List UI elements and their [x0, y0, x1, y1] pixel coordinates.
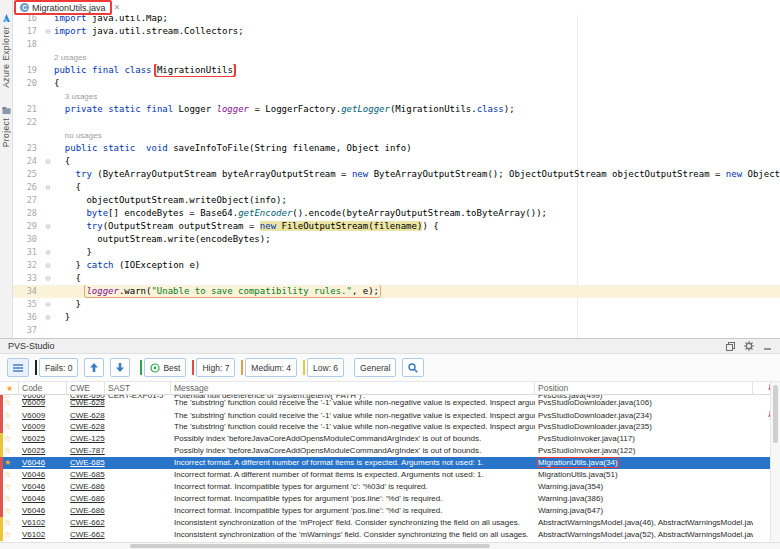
favorite-star-icon[interactable]: ☆ [3, 421, 19, 433]
code-line[interactable]: 28byte[] encodeBytes = Base64.getEncoder… [13, 207, 780, 220]
sidebar-item-project[interactable]: Project [1, 106, 11, 147]
code-line[interactable]: 22 [13, 116, 780, 129]
code-editor[interactable]: 16import java.util.Map;17⊖import java.ut… [13, 15, 780, 338]
favorite-star-icon[interactable]: ★ [3, 457, 19, 469]
inlay-hint-row[interactable]: 2 usages [13, 51, 780, 64]
cwe-link[interactable]: CWE-125 [67, 433, 105, 445]
code-line[interactable]: 25try (ByteArrayOutputStream byteArrayOu… [13, 168, 780, 181]
issue-position[interactable]: PvsStudioDownloader.java(235) [535, 421, 753, 433]
favorite-star-icon[interactable]: ☆ [3, 493, 19, 505]
favorite-star-icon[interactable]: ☆ [3, 505, 19, 517]
inlay-hint-row[interactable]: no usages [13, 129, 780, 142]
cwe-link[interactable]: CWE-685 [67, 469, 105, 481]
issue-position[interactable]: PvsStudioInvoker.java(122) [535, 445, 753, 457]
issue-position[interactable]: AbstractWarningsModel.java(52), Abstract… [535, 529, 753, 541]
issue-code-link[interactable]: V6046 [19, 481, 67, 493]
minimize-icon[interactable] [763, 342, 772, 351]
restore-window-icon[interactable] [726, 342, 735, 351]
fails-filter-button[interactable]: Fails: 0 [39, 358, 78, 377]
horizontal-scrollbar[interactable] [0, 542, 780, 549]
medium-filter-button[interactable]: Medium: 4 [245, 358, 297, 377]
settings-gear-icon[interactable] [744, 341, 754, 351]
issue-row[interactable]: ☆V6046CWE-686Incorrect format. Incompati… [0, 505, 780, 517]
fold-marker-icon[interactable]: ⊖ [42, 220, 54, 233]
issue-code-link[interactable]: V6046 [19, 457, 67, 469]
issue-row[interactable]: ☆V6102CWE-662Inconsistent synchronizatio… [0, 517, 780, 529]
favorite-star-icon[interactable]: ☆ [3, 469, 19, 481]
favorite-star-icon[interactable]: ☆ [3, 529, 19, 541]
favorite-star-icon[interactable]: ☆ [3, 397, 19, 409]
cwe-link[interactable]: CWE-787 [67, 445, 105, 457]
fold-marker-icon[interactable]: ⊖ [42, 311, 54, 324]
issue-row[interactable]: ☆V6009CWE-628The 'substring' function co… [0, 421, 780, 433]
column-header-position[interactable]: Position [535, 382, 753, 395]
issue-code-link[interactable]: V6046 [19, 469, 67, 481]
code-line[interactable]: 34logger.warn("Unable to save compatibil… [13, 285, 780, 298]
code-line[interactable]: 32⊖} catch (IOException e) [13, 259, 780, 272]
issue-position[interactable]: Warning.java(386) [535, 493, 753, 505]
header-star-icon[interactable]: ★ [3, 382, 19, 395]
column-header-cwe[interactable]: CWE [67, 382, 105, 395]
fold-marker-icon[interactable]: ⊖ [42, 246, 54, 259]
code-line[interactable]: 26⊖{ [13, 181, 780, 194]
tab-close-icon[interactable]: ✕ [114, 3, 121, 12]
fold-marker-icon[interactable]: ⊖ [42, 259, 54, 272]
cwe-link[interactable]: CWE-662 [67, 529, 105, 541]
issue-row[interactable]: ☆V6102CWE-662Inconsistent synchronizatio… [0, 529, 780, 541]
code-line[interactable]: 19public final class MigrationUtils [13, 64, 780, 77]
general-filter-button[interactable]: General [354, 358, 396, 377]
code-line[interactable]: 33⊖{ [13, 272, 780, 285]
issue-position[interactable]: MigrationUtils.java(34) [535, 457, 753, 469]
issue-code-link[interactable]: V6102 [19, 529, 67, 541]
cwe-link[interactable]: CWE-628 [67, 397, 105, 409]
issue-code-link[interactable]: V6046 [19, 493, 67, 505]
fold-marker-icon[interactable]: ⊖ [42, 272, 54, 285]
fold-marker-icon[interactable]: ⊖ [42, 181, 54, 194]
issue-position[interactable]: AbstractWarningsModel.java(46), Abstract… [535, 517, 753, 529]
issue-position[interactable]: Warning.java(354) [535, 481, 753, 493]
code-line[interactable]: 36⊖} [13, 311, 780, 324]
low-filter-button[interactable]: Low: 6 [307, 358, 344, 377]
high-filter-button[interactable]: High: 7 [196, 358, 235, 377]
inlay-hint-row[interactable]: 3 usages [13, 90, 780, 103]
sidebar-item-azure-explorer[interactable]: Azure Explorer [1, 14, 11, 88]
code-line[interactable]: 20{ [13, 77, 780, 90]
issue-code-link[interactable]: V6025 [19, 433, 67, 445]
code-line[interactable]: 37 [13, 324, 780, 337]
code-line[interactable]: 29⊖try(OutputStream outputStream = new F… [13, 220, 780, 233]
next-arrow-button[interactable] [110, 358, 130, 377]
issue-code-link[interactable]: V6046 [19, 505, 67, 517]
vertical-scrollbar[interactable] [770, 382, 780, 545]
vertical-scrollbar-thumb[interactable] [773, 385, 778, 443]
search-button[interactable] [402, 358, 424, 377]
best-filter-button[interactable]: Best [144, 358, 186, 377]
issue-code-link[interactable]: V6009 [19, 397, 67, 409]
cwe-link[interactable]: CWE-686 [67, 493, 105, 505]
issue-row[interactable]: ★V6046CWE-685Incorrect format. A differe… [0, 457, 780, 469]
issue-position[interactable]: PvsStudioInvoker.java(117) [535, 433, 753, 445]
fold-marker-icon[interactable]: ⊖ [42, 298, 54, 311]
fold-marker-icon[interactable]: ⊖ [42, 25, 54, 38]
favorite-star-icon[interactable]: ☆ [3, 481, 19, 493]
code-line[interactable]: 31⊖} [13, 246, 780, 259]
favorite-star-icon[interactable]: ☆ [3, 433, 19, 445]
favorite-star-icon[interactable]: ☆ [3, 517, 19, 529]
column-header-sast[interactable]: SAST [105, 382, 171, 395]
issue-row[interactable]: ☆V6009CWE-628The 'substring' function co… [0, 409, 780, 421]
issue-row[interactable]: ☆V6046CWE-685Incorrect format. A differe… [0, 469, 780, 481]
tab-migrationutils[interactable]: C MigrationUtils.java [15, 1, 111, 14]
column-header-message[interactable]: Message [171, 382, 535, 395]
issue-row[interactable]: ☆V6046CWE-686Incorrect format. Incompati… [0, 481, 780, 493]
code-line[interactable]: 16import java.util.Map; [13, 15, 780, 25]
cwe-link[interactable]: CWE-628 [67, 421, 105, 433]
issue-position[interactable]: MigrationUtils.java(51) [535, 469, 753, 481]
fold-marker-icon[interactable]: ⊖ [42, 155, 54, 168]
code-line[interactable]: 21private static final Logger logger = L… [13, 103, 780, 116]
code-line[interactable]: 27objectOutputStream.writeObject(info); [13, 194, 780, 207]
cwe-link[interactable]: CWE-685 [67, 457, 105, 469]
cwe-link[interactable]: CWE-686 [67, 505, 105, 517]
issue-code-link[interactable]: V6009 [19, 421, 67, 433]
menu-button[interactable] [7, 358, 29, 377]
issue-row[interactable]: ☆V6025CWE-787Possibly index 'beforeJavaC… [0, 445, 780, 457]
issue-row[interactable]: ☆V6046CWE-686Incorrect format. Incompati… [0, 493, 780, 505]
